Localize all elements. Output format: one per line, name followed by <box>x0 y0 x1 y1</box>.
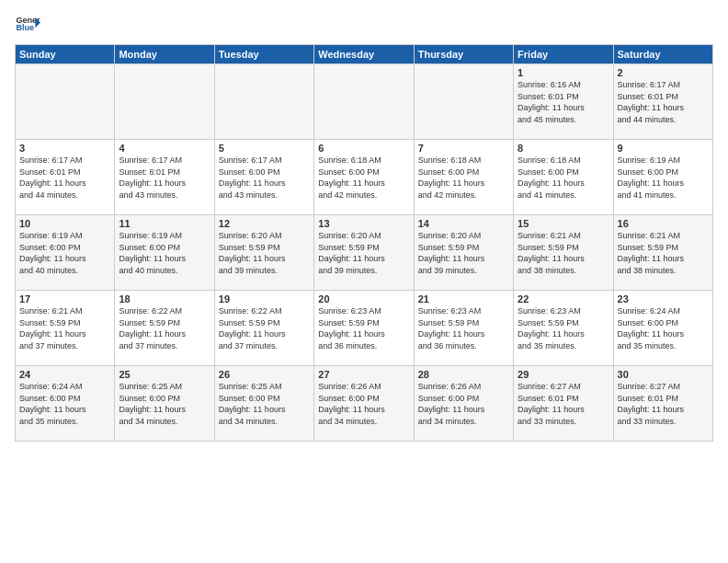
day-number: 16 <box>618 218 709 229</box>
logo: General Blue <box>15 11 40 37</box>
day-info: Sunrise: 6:21 AM Sunset: 5:59 PM Dayligh… <box>19 305 110 351</box>
day-number: 7 <box>418 143 509 154</box>
calendar-cell: 12Sunrise: 6:20 AM Sunset: 5:59 PM Dayli… <box>214 215 313 291</box>
day-number: 22 <box>518 293 609 304</box>
day-info: Sunrise: 6:23 AM Sunset: 5:59 PM Dayligh… <box>418 305 509 351</box>
calendar-cell: 18Sunrise: 6:22 AM Sunset: 5:59 PM Dayli… <box>115 291 214 366</box>
day-info: Sunrise: 6:26 AM Sunset: 6:00 PM Dayligh… <box>418 381 509 427</box>
day-number: 30 <box>618 369 709 380</box>
weekday-header-monday: Monday <box>115 45 214 64</box>
calendar-cell: 27Sunrise: 6:26 AM Sunset: 6:00 PM Dayli… <box>314 366 414 442</box>
calendar-cell: 4Sunrise: 6:17 AM Sunset: 6:01 PM Daylig… <box>115 140 214 215</box>
calendar-cell: 7Sunrise: 6:18 AM Sunset: 6:00 PM Daylig… <box>414 140 513 215</box>
day-number: 4 <box>119 143 210 154</box>
day-info: Sunrise: 6:19 AM Sunset: 6:00 PM Dayligh… <box>618 155 709 201</box>
calendar-cell: 8Sunrise: 6:18 AM Sunset: 6:00 PM Daylig… <box>514 140 613 215</box>
weekday-header-wednesday: Wednesday <box>314 45 414 64</box>
day-info: Sunrise: 6:19 AM Sunset: 6:00 PM Dayligh… <box>119 230 210 276</box>
day-info: Sunrise: 6:20 AM Sunset: 5:59 PM Dayligh… <box>219 230 310 276</box>
day-info: Sunrise: 6:16 AM Sunset: 6:01 PM Dayligh… <box>518 79 609 125</box>
day-info: Sunrise: 6:20 AM Sunset: 5:59 PM Dayligh… <box>418 230 509 276</box>
calendar-table: SundayMondayTuesdayWednesdayThursdayFrid… <box>15 44 713 442</box>
day-info: Sunrise: 6:27 AM Sunset: 6:01 PM Dayligh… <box>518 381 609 427</box>
day-number: 12 <box>219 218 310 229</box>
day-number: 1 <box>518 67 609 78</box>
calendar-week-3: 10Sunrise: 6:19 AM Sunset: 6:00 PM Dayli… <box>16 215 713 291</box>
day-info: Sunrise: 6:25 AM Sunset: 6:00 PM Dayligh… <box>119 381 210 427</box>
calendar-cell: 10Sunrise: 6:19 AM Sunset: 6:00 PM Dayli… <box>16 215 115 291</box>
calendar-cell: 11Sunrise: 6:19 AM Sunset: 6:00 PM Dayli… <box>115 215 214 291</box>
day-number: 24 <box>19 369 110 380</box>
calendar-cell: 1Sunrise: 6:16 AM Sunset: 6:01 PM Daylig… <box>514 64 613 140</box>
day-info: Sunrise: 6:22 AM Sunset: 5:59 PM Dayligh… <box>219 305 310 351</box>
day-info: Sunrise: 6:20 AM Sunset: 5:59 PM Dayligh… <box>318 230 409 276</box>
weekday-header-tuesday: Tuesday <box>214 45 313 64</box>
calendar-cell <box>314 64 414 140</box>
day-info: Sunrise: 6:17 AM Sunset: 6:01 PM Dayligh… <box>19 155 110 201</box>
day-number: 26 <box>219 369 310 380</box>
weekday-header-friday: Friday <box>514 45 613 64</box>
calendar-cell: 6Sunrise: 6:18 AM Sunset: 6:00 PM Daylig… <box>314 140 414 215</box>
day-info: Sunrise: 6:22 AM Sunset: 5:59 PM Dayligh… <box>119 305 210 351</box>
day-number: 8 <box>518 143 609 154</box>
calendar-cell: 28Sunrise: 6:26 AM Sunset: 6:00 PM Dayli… <box>414 366 513 442</box>
day-info: Sunrise: 6:17 AM Sunset: 6:01 PM Dayligh… <box>119 155 210 201</box>
calendar-cell <box>16 64 115 140</box>
day-number: 29 <box>518 369 609 380</box>
calendar-cell: 21Sunrise: 6:23 AM Sunset: 5:59 PM Dayli… <box>414 291 513 366</box>
day-number: 17 <box>19 293 110 304</box>
calendar-cell: 24Sunrise: 6:24 AM Sunset: 6:00 PM Dayli… <box>16 366 115 442</box>
calendar-week-1: 1Sunrise: 6:16 AM Sunset: 6:01 PM Daylig… <box>16 64 713 140</box>
day-number: 28 <box>418 369 509 380</box>
day-info: Sunrise: 6:18 AM Sunset: 6:00 PM Dayligh… <box>518 155 609 201</box>
day-info: Sunrise: 6:24 AM Sunset: 6:00 PM Dayligh… <box>19 381 110 427</box>
day-number: 14 <box>418 218 509 229</box>
day-info: Sunrise: 6:19 AM Sunset: 6:00 PM Dayligh… <box>19 230 110 276</box>
day-info: Sunrise: 6:24 AM Sunset: 6:00 PM Dayligh… <box>618 305 709 351</box>
day-number: 21 <box>418 293 509 304</box>
calendar-body: 1Sunrise: 6:16 AM Sunset: 6:01 PM Daylig… <box>16 64 713 442</box>
weekday-header-saturday: Saturday <box>613 45 712 64</box>
calendar-cell: 26Sunrise: 6:25 AM Sunset: 6:00 PM Dayli… <box>214 366 313 442</box>
calendar-cell <box>214 64 313 140</box>
calendar-cell: 5Sunrise: 6:17 AM Sunset: 6:00 PM Daylig… <box>214 140 313 215</box>
calendar-cell: 2Sunrise: 6:17 AM Sunset: 6:01 PM Daylig… <box>613 64 712 140</box>
calendar-cell: 20Sunrise: 6:23 AM Sunset: 5:59 PM Dayli… <box>314 291 414 366</box>
day-number: 10 <box>19 218 110 229</box>
calendar-cell: 14Sunrise: 6:20 AM Sunset: 5:59 PM Dayli… <box>414 215 513 291</box>
day-info: Sunrise: 6:17 AM Sunset: 6:00 PM Dayligh… <box>219 155 310 201</box>
day-number: 5 <box>219 143 310 154</box>
day-info: Sunrise: 6:21 AM Sunset: 5:59 PM Dayligh… <box>618 230 709 276</box>
calendar-cell: 30Sunrise: 6:27 AM Sunset: 6:01 PM Dayli… <box>613 366 712 442</box>
day-number: 25 <box>119 369 210 380</box>
day-info: Sunrise: 6:25 AM Sunset: 6:00 PM Dayligh… <box>219 381 310 427</box>
weekday-header-sunday: Sunday <box>16 45 115 64</box>
calendar-cell: 29Sunrise: 6:27 AM Sunset: 6:01 PM Dayli… <box>514 366 613 442</box>
day-info: Sunrise: 6:18 AM Sunset: 6:00 PM Dayligh… <box>418 155 509 201</box>
calendar-cell: 3Sunrise: 6:17 AM Sunset: 6:01 PM Daylig… <box>16 140 115 215</box>
calendar-cell: 9Sunrise: 6:19 AM Sunset: 6:00 PM Daylig… <box>613 140 712 215</box>
day-info: Sunrise: 6:18 AM Sunset: 6:00 PM Dayligh… <box>318 155 409 201</box>
calendar-header-row: SundayMondayTuesdayWednesdayThursdayFrid… <box>16 45 713 64</box>
day-number: 3 <box>19 143 110 154</box>
day-number: 11 <box>119 218 210 229</box>
calendar-week-2: 3Sunrise: 6:17 AM Sunset: 6:01 PM Daylig… <box>16 140 713 215</box>
svg-text:Blue: Blue <box>16 23 34 32</box>
day-number: 19 <box>219 293 310 304</box>
day-number: 20 <box>318 293 409 304</box>
calendar-cell: 15Sunrise: 6:21 AM Sunset: 5:59 PM Dayli… <box>514 215 613 291</box>
day-number: 27 <box>318 369 409 380</box>
day-info: Sunrise: 6:23 AM Sunset: 5:59 PM Dayligh… <box>318 305 409 351</box>
day-info: Sunrise: 6:27 AM Sunset: 6:01 PM Dayligh… <box>618 381 709 427</box>
calendar-cell <box>115 64 214 140</box>
logo-icon: General Blue <box>15 11 40 37</box>
weekday-header-thursday: Thursday <box>414 45 513 64</box>
calendar-cell: 17Sunrise: 6:21 AM Sunset: 5:59 PM Dayli… <box>16 291 115 366</box>
calendar-cell: 22Sunrise: 6:23 AM Sunset: 5:59 PM Dayli… <box>514 291 613 366</box>
day-info: Sunrise: 6:21 AM Sunset: 5:59 PM Dayligh… <box>518 230 609 276</box>
day-number: 2 <box>618 67 709 78</box>
calendar-cell <box>414 64 513 140</box>
calendar-week-4: 17Sunrise: 6:21 AM Sunset: 5:59 PM Dayli… <box>16 291 713 366</box>
day-number: 9 <box>618 143 709 154</box>
day-info: Sunrise: 6:23 AM Sunset: 5:59 PM Dayligh… <box>518 305 609 351</box>
